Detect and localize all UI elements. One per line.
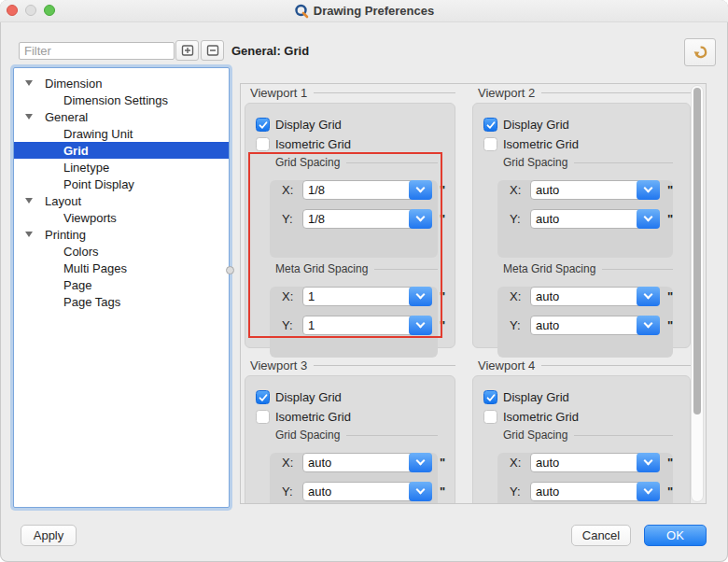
expand-all-button[interactable] <box>175 40 199 61</box>
chevron-down-icon[interactable] <box>637 180 660 200</box>
undo-icon <box>693 45 708 60</box>
unit-label: " <box>667 456 673 470</box>
vp2-display-grid-checkbox[interactable] <box>483 118 497 132</box>
sidebar-item-layout[interactable]: Layout <box>14 192 229 209</box>
triangle-down-icon[interactable] <box>25 80 45 86</box>
preferences-tree: Dimension Dimension Settings General Dra… <box>13 67 230 508</box>
chevron-down-icon[interactable] <box>637 209 660 229</box>
sidebar-item-grid[interactable]: Grid <box>14 142 229 159</box>
scrollbar-thumb[interactable] <box>693 88 701 414</box>
sidebar-item-general[interactable]: General <box>14 108 229 125</box>
chevron-down-icon[interactable] <box>409 180 432 200</box>
display-grid-label: Display Grid <box>503 118 569 132</box>
filter-input[interactable] <box>19 42 175 60</box>
drawing-preferences-dialog: Drawing Preferences General: Grid Dimens… <box>0 0 728 562</box>
divider <box>574 435 673 436</box>
sidebar-item-point-display[interactable]: Point Display <box>14 176 229 192</box>
apply-button[interactable]: Apply <box>21 525 77 546</box>
vp2-meta-y-combobox[interactable]: auto <box>530 316 660 335</box>
sidebar-item-linetype[interactable]: Linetype <box>14 159 229 176</box>
chevron-down-icon[interactable] <box>637 453 660 472</box>
unit-label: " <box>667 318 673 332</box>
isometric-grid-row: Isometric Grid <box>256 410 455 424</box>
viewport-4-group: Viewport 4 Display Grid Isom <box>472 358 691 372</box>
vp4-grid-y-combobox[interactable]: auto <box>530 482 660 501</box>
triangle-down-icon[interactable] <box>25 232 45 237</box>
vp3-display-grid-checkbox[interactable] <box>256 390 270 404</box>
sidebar-item-printing[interactable]: Printing <box>14 226 229 243</box>
sidebar-item-viewports[interactable]: Viewports <box>14 209 229 226</box>
chevron-down-icon[interactable] <box>409 209 432 229</box>
reset-to-defaults-button[interactable] <box>684 38 716 66</box>
ok-button[interactable]: OK <box>644 525 707 546</box>
triangle-down-icon[interactable] <box>25 114 45 119</box>
x-label: X: <box>510 456 526 470</box>
divider <box>314 365 455 366</box>
vp3-grid-y-combobox[interactable]: auto <box>302 482 432 501</box>
subgroup-title: Grid Spacing <box>497 156 567 169</box>
divider <box>574 162 673 163</box>
collapse-all-button[interactable] <box>201 40 224 61</box>
grid-spacing-group: Grid Spacing X: auto " <box>270 429 438 503</box>
sidebar-item-dimension-settings[interactable]: Dimension Settings <box>14 91 229 108</box>
vertical-scrollbar[interactable] <box>691 85 704 502</box>
vp1-grid-y-combobox[interactable]: 1/8 <box>302 209 432 229</box>
divider <box>602 269 673 270</box>
vp1-isometric-grid-checkbox[interactable] <box>256 137 270 151</box>
subgroup-title: Grid Spacing <box>270 429 340 442</box>
divider <box>374 269 438 270</box>
zoom-icon[interactable] <box>44 5 55 16</box>
vp4-isometric-grid-checkbox[interactable] <box>483 410 497 424</box>
sidebar-item-drawing-unit[interactable]: Drawing Unit <box>14 125 229 142</box>
vp2-isometric-grid-checkbox[interactable] <box>483 137 497 151</box>
isometric-grid-label: Isometric Grid <box>275 410 351 424</box>
sidebar-item-colors[interactable]: Colors <box>14 243 229 260</box>
sidebar-item-page[interactable]: Page <box>14 276 229 293</box>
isometric-grid-label: Isometric Grid <box>503 137 579 151</box>
sidebar-item-dimension[interactable]: Dimension <box>14 75 229 91</box>
isometric-grid-row: Isometric Grid <box>483 137 690 151</box>
vp2-grid-x-combobox[interactable]: auto <box>530 180 660 200</box>
divider <box>541 365 691 366</box>
unit-label: " <box>667 212 673 226</box>
divider <box>541 92 691 93</box>
display-grid-label: Display Grid <box>275 118 342 132</box>
splitter-handle[interactable] <box>226 266 234 274</box>
chevron-down-icon[interactable] <box>637 316 660 335</box>
group-title: Viewport 3 <box>245 358 307 372</box>
group-title: Viewport 2 <box>472 86 535 100</box>
viewport-3-group: Viewport 3 Display Grid Isom <box>245 358 455 372</box>
vp1-meta-x-combobox[interactable]: 1 <box>302 287 432 306</box>
y-label: Y: <box>282 318 299 332</box>
group-panel: Display Grid Isometric Grid Grid Spacing <box>472 103 691 348</box>
vp2-meta-x-combobox[interactable]: auto <box>530 287 660 306</box>
vp3-isometric-grid-checkbox[interactable] <box>256 410 270 424</box>
window-title: Drawing Preferences <box>314 4 434 18</box>
display-grid-row: Display Grid <box>483 390 690 404</box>
chevron-down-icon[interactable] <box>409 482 432 501</box>
chevron-down-icon[interactable] <box>637 482 660 501</box>
minimize-icon <box>25 5 36 16</box>
chevron-down-icon[interactable] <box>409 453 432 472</box>
close-icon[interactable] <box>7 5 18 16</box>
vp4-display-grid-checkbox[interactable] <box>483 390 497 404</box>
page-title: General: Grid <box>231 44 309 58</box>
vp1-grid-x-combobox[interactable]: 1/8 <box>302 180 432 200</box>
sidebar-item-multi-pages[interactable]: Multi Pages <box>14 260 229 276</box>
vp1-meta-y-combobox[interactable]: 1 <box>302 316 432 335</box>
chevron-down-icon[interactable] <box>409 287 432 306</box>
cancel-button[interactable]: Cancel <box>571 525 631 546</box>
vp3-grid-x-combobox[interactable]: auto <box>302 453 432 472</box>
chevron-down-icon[interactable] <box>637 287 660 306</box>
vp4-grid-x-combobox[interactable]: auto <box>530 453 660 472</box>
vp2-grid-y-combobox[interactable]: auto <box>530 209 660 229</box>
group-panel: Display Grid Isometric Grid Grid Spacing <box>245 103 455 348</box>
group-title: Viewport 1 <box>245 86 307 100</box>
vp1-display-grid-checkbox[interactable] <box>256 118 270 132</box>
sidebar-item-page-tags[interactable]: Page Tags <box>14 293 229 310</box>
unit-label: " <box>667 289 673 303</box>
isometric-grid-row: Isometric Grid <box>483 410 690 424</box>
divider <box>314 92 455 93</box>
chevron-down-icon[interactable] <box>409 316 432 335</box>
triangle-down-icon[interactable] <box>25 198 45 204</box>
